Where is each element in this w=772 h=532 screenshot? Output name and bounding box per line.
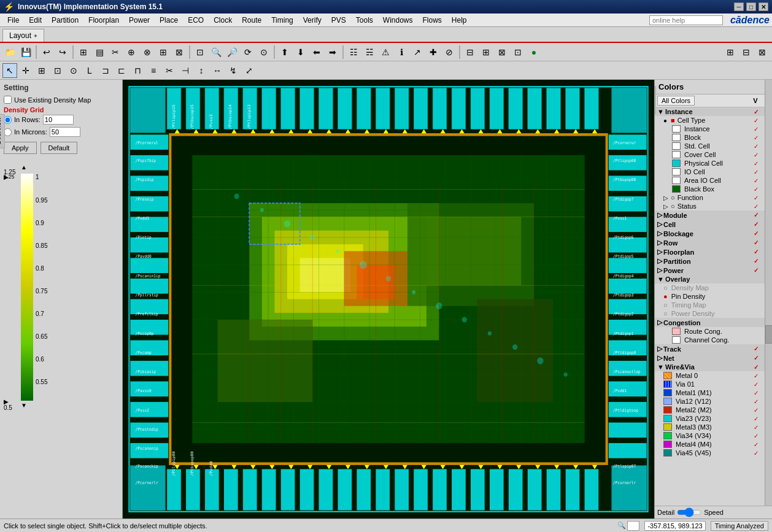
menu-eco[interactable]: ECO	[183, 15, 209, 26]
via34-row[interactable]: Via34 (V34) ✓ ✓	[655, 431, 772, 440]
cong-expander[interactable]: ▷	[657, 318, 662, 326]
tool13[interactable]: ✚	[426, 45, 441, 60]
new-btn[interactable]: 📁	[2, 45, 17, 60]
instance-section[interactable]: ▼ Instance ✓ ✓	[655, 107, 772, 116]
menu-partition[interactable]: Partition	[47, 15, 83, 26]
tool14[interactable]: ⊘	[442, 45, 457, 60]
via12-row[interactable]: Via12 (V12) ✓ ✓	[655, 397, 772, 406]
part-expander[interactable]: ▷	[657, 257, 662, 265]
metal1-row[interactable]: Metal1 (M1) ✓ ✓	[655, 388, 772, 397]
move-up[interactable]: ⬆	[277, 45, 292, 60]
tool8[interactable]: ⟳	[241, 45, 255, 60]
menu-clock[interactable]: Clock	[209, 15, 237, 26]
tool10[interactable]: ☷	[346, 45, 361, 60]
tab-close-icon[interactable]: +	[34, 33, 37, 39]
floorplan-section[interactable]: ▷ Floorplan ✓ ✓	[655, 247, 772, 256]
tool26[interactable]: ↕	[194, 63, 209, 78]
status-expander[interactable]: ▷	[663, 203, 670, 210]
net-section[interactable]: ▷ Net ✓ ✓	[655, 353, 772, 363]
tool27[interactable]: ↔	[210, 63, 225, 78]
power-section[interactable]: ▷ Power ✓ ✓	[655, 266, 772, 275]
black-box-row[interactable]: Black Box ✓ ✓	[655, 185, 772, 193]
menu-pvs[interactable]: PVS	[326, 15, 351, 26]
tool15[interactable]: ⊟	[463, 45, 477, 60]
channel-cong-row[interactable]: Channel Cong.	[655, 336, 772, 344]
cell-type-item[interactable]: ● ■ Cell Type ✓ ✓	[655, 116, 772, 125]
undo-btn[interactable]: ↩	[39, 45, 54, 60]
tool6[interactable]: ⊞	[156, 45, 171, 60]
tool16[interactable]: ⊞	[479, 45, 493, 60]
module-section[interactable]: ▷ Module ✓ ✓	[655, 210, 772, 220]
place-tool[interactable]: ⊙	[66, 63, 81, 78]
tool28[interactable]: ↯	[226, 63, 241, 78]
menu-flows[interactable]: Flows	[418, 15, 447, 26]
scrollbar[interactable]	[765, 80, 772, 519]
tool22[interactable]: ⊓	[130, 63, 145, 78]
physical-cell-row[interactable]: Physical Cell ✓ ✓	[655, 159, 772, 168]
in-microns-input[interactable]	[50, 127, 80, 137]
via45-row[interactable]: Via45 (V45) ✓ ✓	[655, 449, 772, 457]
wv-expander[interactable]: ▼	[657, 363, 664, 371]
green-circle[interactable]: ●	[527, 45, 541, 60]
layout-btn1[interactable]: ⊞	[723, 45, 738, 60]
tool5[interactable]: ⊗	[140, 45, 155, 60]
tool12[interactable]: ↗	[410, 45, 425, 60]
area-io-cell-row[interactable]: Area IO Cell ✓ ✓	[655, 176, 772, 185]
menu-edit[interactable]: Edit	[24, 15, 47, 26]
crosshair-tool[interactable]: ✛	[18, 63, 33, 78]
overlay-section[interactable]: ▼ Overlay	[655, 275, 772, 283]
timing-map-row[interactable]: ○ Timing Map	[655, 301, 772, 309]
row-expander[interactable]: ▷	[657, 239, 662, 247]
save-btn[interactable]: 💾	[18, 45, 33, 60]
status-item[interactable]: ▷ ○ Status ✓ ✓	[655, 202, 772, 210]
block-row[interactable]: Block ✓ ✓	[655, 133, 772, 142]
move-r[interactable]: ➡	[325, 45, 340, 60]
menu-verify[interactable]: Verify	[298, 15, 326, 26]
tool23[interactable]: ≡	[146, 63, 161, 78]
track-section[interactable]: ▷ Track ✓ ✓	[655, 344, 772, 353]
grid-btn[interactable]: ⊞	[76, 45, 91, 60]
apply-button[interactable]: Apply	[4, 142, 37, 154]
gradient-bottom-arrow[interactable]: ▼	[21, 402, 27, 409]
default-button[interactable]: Default	[41, 142, 78, 154]
menu-timing[interactable]: Timing	[266, 15, 298, 26]
menu-route[interactable]: Route	[237, 15, 266, 26]
partition-section[interactable]: ▷ Partition ✓ ✓	[655, 256, 772, 266]
zoom-fit[interactable]: ⊡	[193, 45, 207, 60]
menu-tools[interactable]: Tools	[351, 15, 378, 26]
tool20[interactable]: ⊐	[98, 63, 113, 78]
redo-btn[interactable]: ↪	[55, 45, 70, 60]
route-cong-row[interactable]: Route Cong.	[655, 327, 772, 336]
module-expander[interactable]: ▷	[657, 211, 662, 219]
tool7[interactable]: ⊠	[172, 45, 187, 60]
search-input[interactable]	[649, 15, 723, 25]
menu-floorplan[interactable]: Floorplan	[83, 15, 124, 26]
warn-btn[interactable]: ⚠	[378, 45, 393, 60]
wire-via-section[interactable]: ▼ Wire&Via ✓ ✓	[655, 363, 772, 371]
row-section[interactable]: ▷ Row ✓ ✓	[655, 238, 772, 247]
all-colors-button[interactable]: All Colors	[657, 96, 695, 106]
density-map-row[interactable]: ○ Density Map	[655, 283, 772, 292]
tool21[interactable]: ⊏	[114, 63, 129, 78]
minimize-button[interactable]: ─	[734, 2, 744, 11]
chip-visualization[interactable]: /Ptlspip15 /Ptbscop15 /Pvss3 /Ptbscop14 …	[123, 80, 654, 519]
metal4-row[interactable]: Metal4 (M4) ✓ ✓	[655, 440, 772, 449]
cover-cell-row[interactable]: Cover Cell ✓ ✓	[655, 150, 772, 159]
tool19[interactable]: L	[82, 63, 97, 78]
menu-power[interactable]: Power	[124, 15, 155, 26]
close-button[interactable]: ✕	[758, 2, 768, 11]
metal0-row[interactable]: Metal 0 ✓ ✓	[655, 371, 772, 380]
control-tab[interactable]: Control	[654, 86, 656, 114]
metal2-row[interactable]: Metal2 (M2) ✓ ✓	[655, 406, 772, 414]
pin-density-row[interactable]: ● Pin Density ✓	[655, 292, 772, 301]
menu-file[interactable]: File	[2, 15, 24, 26]
tool17[interactable]: ⊠	[495, 45, 509, 60]
cell-expander[interactable]: ▷	[657, 220, 662, 228]
copy-tool[interactable]: ⊞	[34, 63, 49, 78]
blockage-section[interactable]: ▷ Blockage ✓ ✓	[655, 229, 772, 238]
metal3-row[interactable]: Metal3 (M3) ✓ ✓	[655, 423, 772, 431]
maximize-button[interactable]: □	[746, 2, 756, 11]
cell-type-expander[interactable]: ●	[663, 117, 670, 124]
std-cell-row[interactable]: Std. Cell ✓ ✓	[655, 142, 772, 150]
zoom-in[interactable]: 🔍	[209, 45, 223, 60]
